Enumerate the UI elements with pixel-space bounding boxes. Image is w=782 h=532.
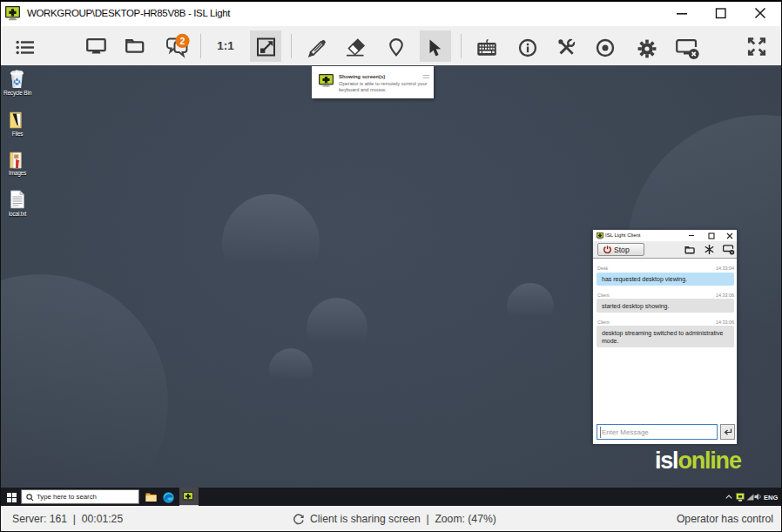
svg-text:2: 2 [180, 36, 185, 46]
